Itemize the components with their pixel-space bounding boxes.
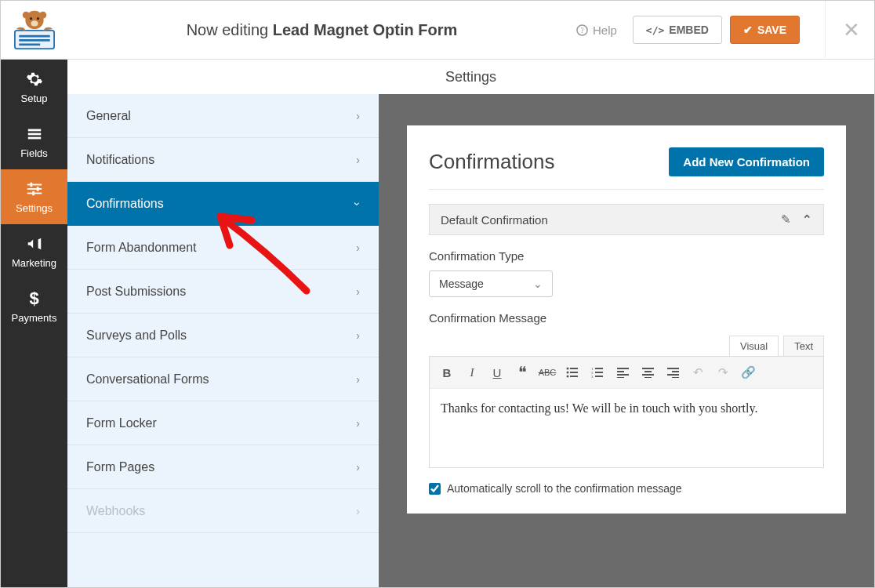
svg-text:?: ? (580, 27, 583, 34)
svg-point-25 (567, 376, 569, 378)
svg-rect-42 (672, 371, 679, 372)
bullhorn-icon (26, 235, 43, 252)
chevron-down-icon: › (352, 201, 365, 205)
align-left-button[interactable] (612, 361, 634, 383)
editor-tab-visual[interactable]: Visual (729, 336, 779, 356)
svg-rect-20 (32, 191, 34, 195)
editor-content[interactable]: Thanks for contacting us! We will be in … (430, 389, 823, 467)
autoscroll-checkbox[interactable] (429, 483, 441, 495)
panel-heading: Confirmations (429, 150, 554, 174)
bullet-list-button[interactable] (561, 361, 583, 383)
svg-rect-18 (30, 182, 32, 187)
editing-title: Now editing Lead Magnet Optin Form (67, 21, 576, 39)
svg-rect-44 (672, 377, 679, 378)
svg-rect-38 (644, 371, 652, 372)
svg-rect-36 (617, 377, 624, 378)
settings-item-form-locker[interactable]: Form Locker › (67, 401, 379, 445)
settings-item-post-submissions[interactable]: Post Submissions › (67, 270, 379, 314)
chevron-down-icon: ⌄ (533, 278, 543, 290)
confirmation-message-label: Confirmation Message (429, 311, 824, 325)
settings-item-general[interactable]: General › (67, 94, 379, 138)
svg-rect-14 (27, 136, 41, 139)
app-logo (1, 1, 67, 60)
underline-button[interactable]: U (486, 361, 508, 383)
content-area: Confirmations Add New Confirmation Defau… (379, 94, 874, 587)
svg-text:3: 3 (591, 375, 594, 378)
svg-rect-24 (570, 372, 578, 373)
rail-item-setup[interactable]: Setup (1, 60, 67, 114)
svg-rect-40 (644, 377, 652, 378)
svg-rect-32 (595, 376, 603, 377)
svg-point-21 (567, 368, 569, 370)
settings-item-confirmations[interactable]: Confirmations › (67, 182, 379, 226)
top-actions: ? Help </> EMBED ✔ SAVE ✕ (576, 1, 860, 60)
code-icon: </> (646, 24, 664, 36)
svg-point-3 (31, 20, 38, 26)
svg-rect-13 (27, 132, 41, 135)
rail-item-settings[interactable]: Settings (1, 169, 67, 224)
chevron-right-icon: › (356, 285, 360, 298)
settings-item-conversational-forms[interactable]: Conversational Forms › (67, 358, 379, 401)
chevron-right-icon: › (356, 373, 360, 386)
svg-rect-35 (617, 374, 629, 376)
embed-button[interactable]: </> EMBED (633, 16, 722, 44)
help-link[interactable]: ? Help (576, 24, 617, 37)
gear-icon (26, 71, 43, 88)
confirmation-type-select[interactable]: Message ⌄ (429, 270, 553, 297)
sliders-icon (26, 180, 43, 198)
svg-rect-15 (27, 183, 41, 185)
add-confirmation-button[interactable]: Add New Confirmation (669, 147, 824, 176)
chevron-right-icon: › (356, 505, 360, 517)
rail-item-fields[interactable]: Fields (1, 114, 67, 169)
rail-item-marketing[interactable]: Marketing (1, 224, 67, 279)
align-right-button[interactable] (662, 361, 684, 383)
message-editor: B I U ❝ ABC 123 (429, 356, 824, 468)
collapse-icon[interactable]: ⌃ (802, 212, 812, 227)
help-icon: ? (576, 24, 588, 36)
rail-label: Marketing (12, 257, 56, 269)
now-editing-label: Now editing (187, 21, 269, 38)
redo-button[interactable]: ↷ (712, 361, 734, 383)
bold-button[interactable]: B (436, 361, 458, 383)
svg-rect-34 (617, 371, 624, 372)
strikethrough-button[interactable]: ABC (536, 361, 558, 383)
settings-item-notifications[interactable]: Notifications › (67, 138, 379, 182)
close-icon: ✕ (843, 18, 860, 42)
autoscroll-label: Automatically scroll to the confirmation… (447, 482, 682, 495)
svg-point-5 (36, 17, 38, 20)
page-title: Settings (67, 60, 874, 94)
svg-rect-22 (570, 368, 578, 369)
svg-rect-26 (570, 376, 578, 377)
form-name: Lead Magnet Optin Form (273, 21, 458, 38)
svg-rect-39 (642, 374, 654, 376)
settings-item-webhooks[interactable]: Webhooks › (67, 489, 379, 533)
rail-item-payments[interactable]: $ Payments (1, 279, 67, 334)
save-button[interactable]: ✔ SAVE (730, 16, 800, 44)
chevron-right-icon: › (356, 154, 360, 166)
chevron-right-icon: › (356, 110, 360, 122)
confirmation-name: Default Confirmation (441, 213, 548, 227)
editor-tab-text[interactable]: Text (783, 336, 824, 356)
check-icon: ✔ (743, 24, 753, 36)
autoscroll-checkbox-row[interactable]: Automatically scroll to the confirmation… (429, 482, 824, 495)
close-button[interactable]: ✕ (825, 1, 860, 60)
svg-rect-16 (27, 188, 41, 190)
undo-button[interactable]: ↶ (687, 361, 709, 383)
svg-rect-41 (667, 368, 679, 369)
link-button[interactable]: 🔗 (737, 361, 759, 383)
numbered-list-button[interactable]: 123 (586, 361, 608, 383)
edit-icon[interactable]: ✎ (781, 212, 791, 227)
svg-rect-19 (36, 187, 38, 191)
svg-point-4 (29, 17, 31, 20)
svg-point-2 (39, 12, 46, 19)
chevron-right-icon: › (356, 329, 360, 342)
svg-point-23 (567, 372, 569, 374)
settings-item-form-abandonment[interactable]: Form Abandonment › (67, 226, 379, 270)
rail-label: Setup (21, 93, 48, 104)
italic-button[interactable]: I (461, 361, 483, 383)
default-confirmation-bar[interactable]: Default Confirmation ✎ ⌃ (429, 204, 824, 235)
blockquote-button[interactable]: ❝ (511, 361, 533, 383)
settings-item-form-pages[interactable]: Form Pages › (67, 445, 379, 489)
align-center-button[interactable] (637, 361, 659, 383)
settings-item-surveys-polls[interactable]: Surveys and Polls › (67, 314, 379, 358)
